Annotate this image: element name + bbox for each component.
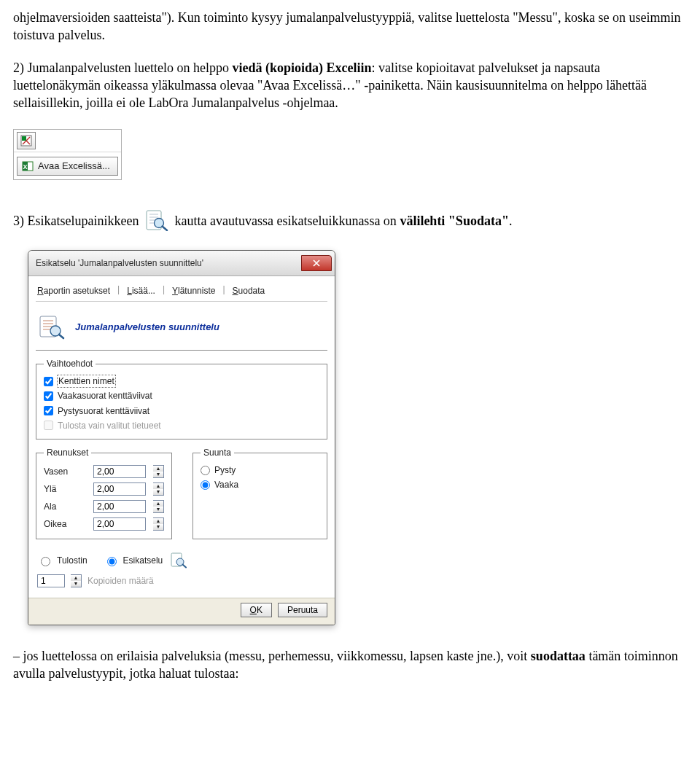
chevron-down-icon: ▼ [153, 489, 163, 495]
spinner[interactable]: ▲▼ [71, 574, 82, 587]
radio-landscape[interactable]: Vaaka [201, 477, 319, 492]
copies-label: Kopioiden määrä [88, 575, 154, 587]
dialog-body: Raportin asetukset | Lisää... | Ylätunni… [28, 276, 335, 598]
cancel-button[interactable]: Peruuta [278, 603, 327, 617]
radio-portrait-input[interactable] [201, 466, 210, 475]
tab-filter-label: uodata [238, 286, 265, 296]
chevron-up-icon: ▲ [71, 575, 81, 581]
copies-row: ▲▼ Kopioiden määrä [36, 571, 327, 596]
close-button[interactable] [301, 255, 332, 271]
checkbox-print-selected: Tulosta vain valitut tietueet [44, 418, 319, 433]
output-target-row: Tulostin Esikatselu [36, 547, 327, 571]
checkbox-field-names[interactable]: Kenttien nimet [44, 374, 319, 388]
p3-mid: kautta avautuvassa esikatseluikkunassa o… [174, 214, 400, 228]
margin-right-input[interactable] [93, 517, 146, 531]
checkbox-print-selected-input [44, 421, 53, 430]
checkbox-horizontal-lines-input[interactable] [44, 391, 53, 401]
margin-bottom-label: Ala [44, 501, 86, 512]
options-groupbox: Vaihtoehdot Kenttien nimet Vaakasuorat k… [36, 358, 327, 439]
checkbox-vertical-lines-input[interactable] [44, 406, 53, 415]
margins-direction-row: Reunukset Vasen ▲▼ Ylä ▲▼ Ala ▲▼ [36, 447, 327, 547]
radio-printer-input[interactable] [41, 557, 50, 566]
svg-text:X: X [23, 163, 27, 171]
margin-left-input[interactable] [93, 465, 146, 478]
margin-left-row: Vasen ▲▼ [44, 463, 164, 480]
paragraph-2: 2) Jumalanpalvelusten luettelo on helppo… [13, 59, 687, 112]
radio-landscape-input[interactable] [201, 480, 210, 490]
dialog-inner-header: Jumalanpalvelusten suunnittelu [36, 302, 327, 351]
margin-bottom-row: Ala ▲▼ [44, 498, 164, 515]
svg-line-22 [59, 335, 63, 338]
excel-button-screenshot: X Avaa Excelissä... [13, 129, 122, 179]
report-preview-icon [39, 315, 65, 340]
svg-line-13 [162, 226, 167, 230]
paragraph-1: ohjelmaversioiden saatteista"). Kun toim… [13, 9, 687, 44]
tab-report-settings[interactable]: Raportin asetukset [36, 284, 112, 298]
margin-bottom-input[interactable] [93, 500, 146, 513]
tab-add[interactable]: Lisää... [125, 284, 157, 298]
tab-header[interactable]: Ylätunniste [171, 284, 217, 298]
direction-legend: Suunta [201, 447, 234, 458]
generic-toolbar-button[interactable] [17, 132, 36, 149]
chevron-up-icon: ▲ [153, 501, 163, 507]
radio-preview-label: Esikatselu [123, 555, 163, 566]
tab-separator: | [117, 284, 120, 298]
open-in-excel-button[interactable]: X Avaa Excelissä... [17, 157, 118, 176]
radio-preview[interactable]: Esikatselu [104, 552, 188, 568]
svg-line-25 [183, 565, 187, 568]
p3-end: . [509, 214, 513, 228]
checkbox-vertical-lines[interactable]: Pystysuorat kenttäviivat [44, 404, 319, 418]
chevron-up-icon: ▲ [153, 483, 163, 489]
open-in-excel-label: Avaa Excelissä... [38, 160, 110, 173]
spinner[interactable]: ▲▼ [153, 517, 164, 531]
p2-lead: 2) Jumalanpalvelusten luettelo on helppo [13, 60, 232, 75]
checkbox-print-selected-label: Tulosta vain valitut tietueet [58, 420, 161, 431]
dialog-titlebar: Esikatselu 'Jumalanpalvelusten suunnitte… [28, 251, 335, 276]
ok-button[interactable]: OK [241, 603, 272, 617]
spinner[interactable]: ▲▼ [153, 465, 164, 478]
paragraph-3: 3) Esikatselupainikkeen kautta avautuvas… [13, 209, 687, 235]
margin-top-row: Ylä ▲▼ [44, 480, 164, 498]
p4-bold: suodattaa [531, 649, 586, 663]
margin-left-label: Vasen [44, 466, 86, 477]
paragraph-1-text: ohjelmaversioiden saatteista"). Kun toim… [13, 10, 680, 42]
checkbox-vertical-lines-label: Pystysuorat kenttäviivat [58, 405, 149, 417]
p4-lead: – jos luettelossa on erilaisia palveluks… [13, 649, 531, 663]
radio-preview-input[interactable] [107, 557, 117, 566]
direction-groupbox: Suunta Pysty Vaaka [192, 447, 327, 539]
chevron-down-icon: ▼ [153, 507, 163, 512]
tab-add-label: isää... [132, 286, 155, 296]
radio-printer-label: Tulostin [57, 555, 88, 566]
paragraph-4: – jos luettelossa on erilaisia palveluks… [13, 647, 687, 683]
preview-dialog: Esikatselu 'Jumalanpalvelusten suunnitte… [28, 250, 335, 625]
tab-report-settings-label: aportin asetukset [44, 286, 110, 296]
chevron-up-icon: ▲ [153, 518, 163, 524]
radio-landscape-label: Vaaka [214, 479, 238, 491]
excel-row-bottom: X Avaa Excelissä... [14, 152, 121, 179]
margins-groupbox: Reunukset Vasen ▲▼ Ylä ▲▼ Ala ▲▼ [36, 447, 172, 539]
p3-lead: 3) Esikatselupainikkeen [13, 214, 142, 228]
radio-printer[interactable]: Tulostin [37, 555, 88, 566]
options-legend: Vaihtoehdot [44, 358, 96, 370]
dialog-tabs: Raportin asetukset | Lisää... | Ylätunni… [36, 281, 327, 302]
svg-rect-3 [22, 136, 26, 141]
spinner[interactable]: ▲▼ [153, 482, 164, 496]
broken-image-icon [20, 135, 32, 146]
tab-separator: | [163, 284, 165, 298]
preview-magnifier-icon [170, 552, 187, 568]
tab-separator: | [222, 284, 225, 298]
margin-right-row: Oikea ▲▼ [44, 515, 164, 533]
chevron-down-icon: ▼ [153, 524, 163, 530]
copies-input[interactable] [37, 574, 65, 587]
margin-top-input[interactable] [93, 482, 146, 496]
checkbox-horizontal-lines[interactable]: Vaakasuorat kenttäviivat [44, 388, 319, 403]
spinner[interactable]: ▲▼ [153, 500, 164, 513]
radio-portrait[interactable]: Pysty [201, 463, 319, 477]
checkbox-field-names-input[interactable] [44, 377, 53, 386]
dialog-section-title: Jumalanpalvelusten suunnittelu [75, 321, 219, 334]
dialog-title: Esikatselu 'Jumalanpalvelusten suunnitte… [36, 257, 203, 269]
radio-portrait-label: Pysty [214, 464, 236, 476]
margins-legend: Reunukset [44, 447, 91, 458]
close-icon [313, 259, 320, 267]
tab-filter[interactable]: Suodata [231, 284, 267, 298]
